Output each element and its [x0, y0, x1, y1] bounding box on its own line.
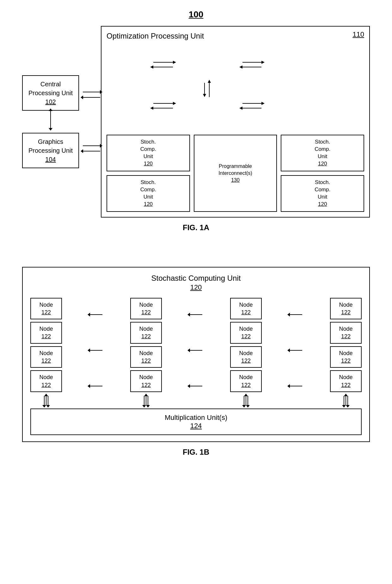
u-arrow — [346, 396, 346, 405]
svg-marker-9 — [173, 102, 176, 105]
arrow-line — [83, 92, 100, 92]
svg-marker-5 — [261, 61, 265, 64]
gpu-arrow-group — [83, 144, 100, 153]
svg-marker-1 — [173, 61, 176, 64]
inter-col-1-2-arrows — [90, 298, 102, 405]
svg-marker-11 — [150, 107, 153, 110]
node-label: Node — [135, 349, 157, 357]
node-4-4: Node 122 — [330, 370, 362, 392]
node-3-3: Node 122 — [230, 346, 262, 368]
node-3-4: Node 122 — [230, 370, 262, 392]
node-label: Node — [235, 349, 257, 357]
node-label: Node — [235, 325, 257, 333]
opu-inner-grid: Stoch.Comp.Unit 120 ProgrammableIntercon… — [107, 135, 364, 212]
node-number: 122 — [35, 309, 57, 316]
arrow-n1 — [90, 312, 102, 317]
scu-bottom-right: Stoch.Comp.Unit 120 — [281, 175, 364, 212]
node-number: 122 — [335, 333, 357, 340]
arrow-n3 — [190, 384, 202, 388]
node-2-4: Node 122 — [130, 370, 162, 392]
arrow-line — [90, 386, 102, 386]
arrow-line — [190, 386, 202, 386]
node-col-2: Node 122 Node 122 Node 122 Node 122 — [130, 298, 162, 405]
node-number: 122 — [335, 309, 357, 316]
node-label: Node — [135, 373, 157, 381]
fig1b-caption: FIG. 1B — [183, 448, 209, 457]
scu-outer-num: 120 — [30, 283, 362, 292]
d-arrow — [148, 396, 148, 405]
mult-label: Multiplication Unit(s) — [35, 414, 357, 422]
fig1a-layout: CentralProcessing Unit 102 GraphicsProce… — [22, 26, 370, 218]
scu-label: Stoch.Comp.Unit — [285, 179, 360, 201]
fig1b-diagram: Stochastic Computing Unit 120 Node 122 N… — [22, 267, 370, 457]
node-number: 122 — [235, 357, 257, 365]
node-number: 122 — [335, 381, 357, 389]
arrow-n2 — [290, 348, 302, 353]
svg-marker-13 — [261, 102, 265, 105]
arrow-line — [90, 350, 102, 351]
scu-number: 120 — [111, 201, 186, 208]
cpu-gpu-arrow — [50, 111, 51, 133]
gpu-label: GraphicsProcessing Unit — [28, 137, 73, 155]
node-label: Node — [335, 349, 357, 357]
cpu-arrow-group — [83, 90, 100, 100]
opu-inner-wrapper: Stoch.Comp.Unit 120 ProgrammableIntercon… — [107, 42, 364, 212]
inter-col-3-4-arrows — [290, 298, 302, 405]
fig1a-diagram: 100 CentralProcessing Unit 102 GraphicsP… — [22, 9, 370, 232]
node-number: 122 — [235, 333, 257, 340]
node-number: 122 — [235, 381, 257, 389]
u-arrow — [246, 396, 246, 405]
node-4-3: Node 122 — [330, 346, 362, 368]
arrow-line — [83, 151, 100, 151]
node-col-3: Node 122 Node 122 Node 122 Node 122 — [230, 298, 262, 405]
node-4-2: Node 122 — [330, 322, 362, 344]
node-label: Node — [35, 325, 57, 333]
opu-label: Optimization Processing Unit — [107, 32, 364, 40]
gpu-to-opu-arrow — [83, 144, 100, 148]
node-label: Node — [235, 301, 257, 309]
opu-box: Optimization Processing Unit 110 — [101, 26, 370, 218]
scu-number: 120 — [285, 160, 360, 168]
node-col-4: Node 122 Node 122 Node 122 Node 122 — [330, 298, 362, 405]
node-number: 122 — [35, 381, 57, 389]
node-number: 122 — [135, 333, 157, 340]
col-3-down-arrows — [244, 396, 248, 405]
arrow-line — [83, 145, 100, 146]
node-col-1: Node 122 Node 122 Node 122 Node 122 — [30, 298, 62, 405]
node-number: 122 — [135, 357, 157, 365]
dbl-v-line — [50, 111, 51, 128]
d-arrow — [144, 396, 144, 405]
node-2-3: Node 122 — [130, 346, 162, 368]
u-arrow — [146, 396, 146, 405]
d-arrow — [347, 396, 348, 405]
arrow-line — [290, 350, 302, 351]
scu-label: Stoch.Comp.Unit — [111, 179, 186, 201]
d-arrow — [44, 396, 45, 405]
node-label: Node — [35, 301, 57, 309]
scu-outer-box: Stochastic Computing Unit 120 Node 122 N… — [22, 267, 370, 442]
node-label: Node — [335, 373, 357, 381]
node-1-4: Node 122 — [30, 370, 62, 392]
node-4-1: Node 122 — [330, 298, 362, 320]
inter-col-2-3-arrows — [190, 298, 202, 405]
cpu-number: 102 — [28, 97, 73, 106]
node-label: Node — [35, 373, 57, 381]
svg-marker-3 — [150, 65, 153, 69]
col-2-down-arrows — [144, 396, 148, 405]
prog-inter-label: ProgrammableInterconnect(s) — [218, 163, 252, 176]
scu-number: 120 — [285, 201, 360, 208]
cpu-to-opu-arrow — [83, 90, 100, 94]
node-number: 122 — [135, 309, 157, 316]
node-label: Node — [135, 325, 157, 333]
node-label: Node — [135, 301, 157, 309]
scu-number: 120 — [111, 160, 186, 168]
arrow-n3 — [90, 384, 102, 388]
d-arrow — [48, 396, 48, 405]
nodes-section: Node 122 Node 122 Node 122 Node 122 — [30, 298, 362, 405]
scu-label: Stoch.Comp.Unit — [111, 138, 186, 160]
node-3-1: Node 122 — [230, 298, 262, 320]
u-arrow — [46, 396, 46, 405]
scu-label: Stoch.Comp.Unit — [285, 138, 360, 160]
gpu-number: 104 — [28, 155, 73, 164]
arrow-n2 — [90, 348, 102, 353]
